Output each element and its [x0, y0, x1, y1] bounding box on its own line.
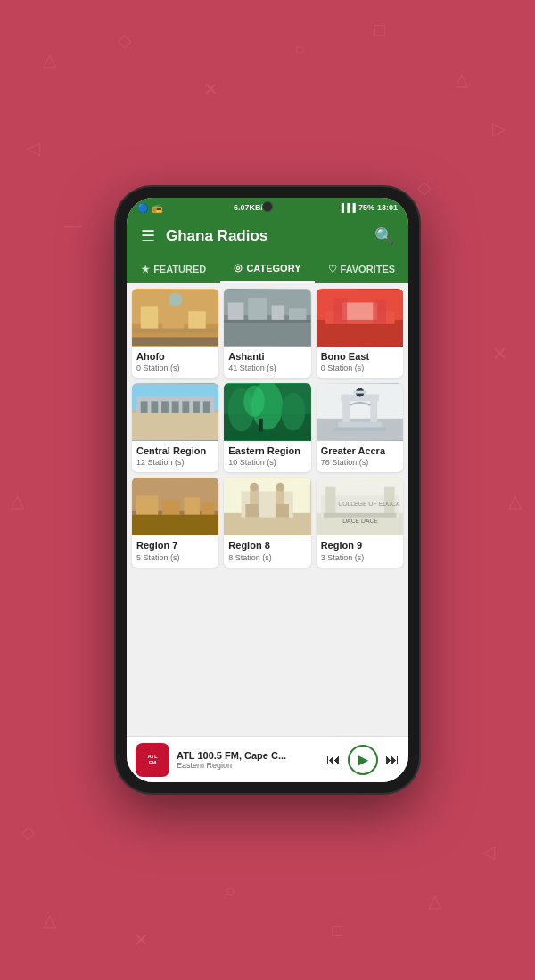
- prev-button[interactable]: ⏮: [326, 752, 341, 768]
- svg-rect-28: [172, 402, 179, 415]
- svg-point-63: [276, 483, 285, 492]
- svg-rect-13: [289, 308, 306, 322]
- svg-rect-71: [323, 513, 396, 518]
- grid-card-row3a[interactable]: Region 75 Station (s): [132, 478, 218, 567]
- player-controls: ⏮ ▶ ⏭: [326, 745, 399, 775]
- svg-rect-48: [338, 422, 382, 428]
- svg-point-62: [251, 483, 259, 492]
- grid-card-greater[interactable]: Greater Accra76 Station (s): [317, 383, 403, 472]
- phone-frame: 🔵 📻 6.07KB/s ▐▐▐ 75% 13:01 ☰ Ghana Radio…: [116, 187, 419, 793]
- tab-category[interactable]: ◎ CATEGORY: [220, 255, 314, 283]
- svg-rect-25: [141, 402, 148, 415]
- card-title-greater: Greater Accra: [321, 445, 399, 457]
- next-button[interactable]: ⏭: [385, 752, 399, 768]
- svg-rect-20: [333, 298, 347, 324]
- card-stations-ahofo: 0 Station (s): [136, 363, 214, 372]
- app-icon-1: 🔵: [137, 203, 148, 213]
- card-info: Ashanti41 Station (s): [224, 347, 310, 378]
- svg-rect-53: [162, 501, 179, 517]
- svg-text:DACE   DACE: DACE DACE: [342, 519, 378, 525]
- tab-favorites[interactable]: ♡ FAVORITES: [315, 255, 408, 283]
- region-grid: Ahofo0 Station (s) Ashanti41 Station (s)…: [132, 289, 403, 568]
- tab-featured[interactable]: ★ FEATURED: [127, 255, 220, 283]
- menu-button[interactable]: ☰: [139, 225, 157, 248]
- tabs-bar: ★ FEATURED ◎ CATEGORY ♡ FAVORITES: [127, 255, 408, 283]
- card-info: Greater Accra76 Station (s): [317, 441, 403, 472]
- app-title: Ghana Radios: [166, 227, 364, 245]
- player-station-name: ATL 100.5 FM, Cape C...: [177, 750, 319, 761]
- svg-rect-56: [132, 515, 218, 535]
- battery-icon: 75%: [358, 203, 374, 212]
- card-stations-row3c: 3 Station (s): [321, 553, 399, 562]
- card-info: Eastern Region10 Station (s): [224, 441, 310, 472]
- player-logo: ATLFM: [136, 743, 169, 777]
- player-region: Eastern Region: [177, 761, 319, 770]
- camera: [262, 201, 273, 212]
- card-title-bono: Bono East: [321, 351, 399, 363]
- grid-card-ashanti[interactable]: Ashanti41 Station (s): [224, 289, 310, 378]
- card-title-row3a: Region 7: [136, 540, 214, 551]
- svg-rect-21: [373, 300, 386, 324]
- svg-rect-30: [193, 402, 200, 415]
- grid-card-central[interactable]: Central Region12 Station (s): [132, 383, 218, 472]
- card-stations-eastern: 10 Station (s): [228, 458, 306, 467]
- card-title-ashanti: Ashanti: [228, 351, 306, 363]
- svg-rect-10: [228, 302, 244, 319]
- featured-label: FEATURED: [153, 264, 206, 274]
- svg-rect-14: [224, 320, 310, 323]
- svg-rect-52: [136, 496, 158, 515]
- svg-rect-26: [151, 402, 158, 415]
- svg-rect-69: [325, 487, 335, 518]
- card-stations-row3a: 5 Station (s): [136, 553, 214, 562]
- signal-icon: ▐▐▐: [339, 203, 356, 212]
- search-button[interactable]: 🔍: [373, 225, 396, 248]
- svg-point-38: [244, 386, 265, 417]
- svg-rect-32: [132, 413, 218, 440]
- card-stations-row3b: 8 Station (s): [228, 553, 306, 562]
- app-icon-2: 📻: [152, 203, 162, 213]
- player-info: ATL 100.5 FM, Cape C... Eastern Region: [177, 750, 319, 770]
- svg-rect-19: [342, 302, 377, 319]
- card-image-ashanti: [224, 289, 310, 347]
- svg-rect-29: [182, 402, 189, 415]
- phone-screen: 🔵 📻 6.07KB/s ▐▐▐ 75% 13:01 ☰ Ghana Radio…: [127, 198, 408, 782]
- favorites-label: FAVORITES: [341, 264, 396, 274]
- card-image-row3b: [224, 478, 310, 535]
- svg-rect-12: [272, 305, 285, 321]
- svg-rect-11: [249, 298, 268, 320]
- grid-card-row3b[interactable]: Region 88 Station (s): [224, 478, 310, 567]
- card-stations-ashanti: 41 Station (s): [228, 363, 306, 372]
- card-info: Region 75 Station (s): [132, 535, 218, 567]
- card-image-row3a: [132, 478, 218, 535]
- card-title-row3b: Region 8: [228, 540, 306, 551]
- status-right-icons: ▐▐▐ 75% 13:01: [339, 203, 398, 212]
- card-image-eastern: [224, 383, 310, 441]
- svg-rect-65: [276, 504, 290, 518]
- card-stations-greater: 76 Station (s): [321, 458, 399, 467]
- play-button[interactable]: ▶: [348, 745, 378, 775]
- svg-rect-55: [202, 502, 215, 515]
- favorites-icon: ♡: [328, 264, 337, 275]
- svg-text:COLLEGE OF EDUCA: COLLEGE OF EDUCA: [338, 501, 400, 507]
- svg-rect-7: [132, 337, 218, 346]
- grid-card-row3c[interactable]: COLLEGE OF EDUCA DACE DACE Region 93 Sta…: [317, 478, 403, 567]
- card-image-ahofo: [132, 289, 218, 347]
- card-info: Bono East0 Station (s): [317, 347, 403, 378]
- svg-rect-27: [161, 402, 169, 415]
- svg-rect-64: [246, 504, 259, 518]
- svg-rect-49: [333, 428, 385, 432]
- card-title-central: Central Region: [136, 445, 214, 457]
- content-area: Ahofo0 Station (s) Ashanti41 Station (s)…: [127, 283, 408, 736]
- grid-card-bono[interactable]: Bono East0 Station (s): [317, 289, 403, 378]
- svg-point-37: [282, 393, 306, 431]
- card-image-row3c: COLLEGE OF EDUCA DACE DACE: [317, 478, 403, 535]
- svg-rect-2: [141, 306, 158, 328]
- time-display: 13:01: [377, 203, 398, 212]
- status-left-icons: 🔵 📻: [137, 203, 162, 213]
- card-stations-central: 12 Station (s): [136, 458, 214, 467]
- grid-card-ahofo[interactable]: Ahofo0 Station (s): [132, 289, 218, 378]
- grid-card-eastern[interactable]: Eastern Region10 Station (s): [224, 383, 310, 472]
- featured-icon: ★: [141, 264, 150, 275]
- card-info: Central Region12 Station (s): [132, 441, 218, 472]
- svg-rect-31: [203, 402, 210, 415]
